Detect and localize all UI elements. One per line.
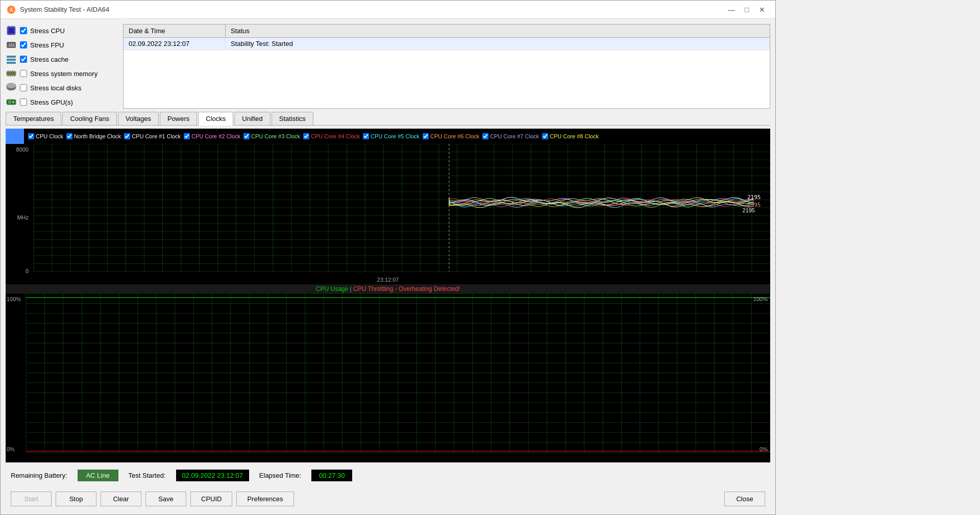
stress-options: Stress CPU 123 Stress FPU: [6, 24, 118, 109]
stress-memory-label: Stress system memory: [30, 70, 97, 78]
cpu-usage-title: CPU Usage | CPU Throttling - Overheating…: [6, 285, 770, 292]
log-table: Date & Time Status 02.09.2022 23:12:07 S…: [123, 24, 770, 109]
clocks-graph-area: 8000 MHz 0 23:12:07 2195: [6, 144, 770, 284]
cpuid-button[interactable]: CPUID: [190, 492, 232, 506]
log-header: Date & Time Status: [124, 24, 770, 38]
legend-core3-clock: CPU Core #3 Clock: [243, 133, 300, 139]
legend-core8-cb[interactable]: [542, 133, 548, 139]
top-section: Stress CPU 123 Stress FPU: [6, 24, 770, 109]
battery-value: AC Line: [78, 470, 118, 481]
stress-gpu-checkbox[interactable]: [20, 99, 27, 106]
status-bar: Remaining Battery: AC Line Test Started:…: [6, 465, 770, 485]
legend-core5-cb[interactable]: [363, 133, 369, 139]
stop-button[interactable]: Stop: [56, 492, 96, 506]
started-value: 02.09.2022 23:12:07: [176, 470, 249, 481]
stress-fpu-checkbox[interactable]: [20, 41, 27, 48]
legend-core4-clock: CPU Core #4 Clock: [303, 133, 360, 139]
clock-value-label: 2195: [743, 207, 755, 213]
log-col-datetime: Date & Time: [124, 24, 226, 37]
legend-core5-label: CPU Core #5 Clock: [371, 133, 420, 139]
blue-indicator: [6, 129, 24, 144]
memory-icon: [6, 68, 17, 79]
tab-temperatures[interactable]: Temperatures: [6, 112, 61, 125]
stress-item-memory: Stress system memory: [6, 67, 118, 80]
window-controls: — □ ✕: [724, 5, 769, 15]
svg-rect-3: [9, 28, 14, 33]
log-row: 02.09.2022 23:12:07 Stability Test: Star…: [124, 38, 770, 50]
maximize-button[interactable]: □: [740, 5, 754, 15]
stress-fpu-label: Stress FPU: [30, 41, 64, 49]
clear-button[interactable]: Clear: [101, 492, 141, 506]
legend-core3-cb[interactable]: [243, 133, 250, 139]
svg-rect-13: [8, 70, 9, 72]
tabs-row: Temperatures Cooling Fans Voltages Power…: [6, 112, 770, 126]
legend-core2-cb[interactable]: [184, 133, 190, 139]
legend-core3-label: CPU Core #3 Clock: [251, 133, 300, 139]
tab-clocks[interactable]: Clocks: [198, 112, 233, 126]
legend-core6-cb[interactable]: [423, 133, 429, 139]
legend-core7-clock: CPU Core #7 Clock: [482, 133, 539, 139]
svg-rect-20: [14, 75, 15, 77]
legend-core2-label: CPU Core #2 Clock: [191, 133, 240, 139]
legend-nb-clock-label: North Bridge Clock: [74, 133, 121, 139]
svg-rect-14: [10, 70, 11, 72]
stress-cache-checkbox[interactable]: [20, 56, 27, 63]
preferences-button[interactable]: Preferences: [236, 492, 293, 506]
usage-y-bottom: 0%: [7, 446, 15, 452]
usage-canvas: [6, 293, 770, 462]
legend-core7-label: CPU Core #7 Clock: [490, 133, 539, 139]
stress-item-cpu: Stress CPU: [6, 24, 118, 37]
legend-core4-cb[interactable]: [303, 133, 309, 139]
svg-rect-25: [8, 101, 11, 104]
svg-rect-15: [12, 70, 13, 72]
stress-gpu-label: Stress GPU(s): [30, 99, 73, 106]
minimize-button[interactable]: —: [724, 5, 739, 15]
cpu-usage-label: CPU Usage: [316, 285, 348, 292]
legend-core8-clock: CPU Core #8 Clock: [542, 133, 599, 139]
close-button[interactable]: Close: [724, 492, 765, 506]
log-cell-datetime: 02.09.2022 23:12:07: [124, 38, 226, 50]
stress-disk-checkbox[interactable]: [20, 84, 27, 91]
stress-memory-checkbox[interactable]: [20, 70, 27, 77]
stress-cpu-label: Stress CPU: [30, 27, 65, 35]
close-window-button[interactable]: ✕: [755, 5, 769, 15]
tab-statistics[interactable]: Statistics: [272, 112, 313, 125]
throttle-label: CPU Throttling - Overheating Detected!: [353, 285, 460, 292]
cache-icon: [6, 54, 17, 65]
gpu-icon: [6, 96, 17, 108]
legend-core4-label: CPU Core #4 Clock: [311, 133, 360, 139]
legend-core1-cb[interactable]: [124, 133, 130, 139]
usage-y-top: 100%: [7, 296, 21, 302]
svg-rect-12: [7, 71, 16, 76]
tab-voltages[interactable]: Voltages: [118, 112, 159, 125]
legend-core7-cb[interactable]: [482, 133, 488, 139]
legend-nb-clock: North Bridge Clock: [66, 133, 121, 139]
svg-rect-16: [14, 70, 15, 72]
svg-point-26: [12, 101, 14, 103]
legend-core2-clock: CPU Core #2 Clock: [184, 133, 240, 139]
stress-item-fpu: 123 Stress FPU: [6, 38, 118, 52]
save-button[interactable]: Save: [145, 492, 186, 506]
log-cell-status: Stability Test: Started: [226, 38, 770, 50]
legend-nb-clock-cb[interactable]: [66, 133, 72, 139]
elapsed-value: 00:27:30: [311, 470, 352, 481]
legend-core1-clock: CPU Core #1 Clock: [124, 133, 181, 139]
main-window: A System Stability Test - AIDA64 — □ ✕: [0, 0, 776, 515]
legend-cpu-clock-cb[interactable]: [28, 133, 34, 139]
legend-cpu-clock-label: CPU Clock: [36, 133, 63, 139]
stress-cpu-checkbox[interactable]: [20, 27, 27, 34]
elapsed-label: Elapsed Time:: [259, 472, 301, 479]
app-icon: A: [7, 5, 16, 14]
tab-unified[interactable]: Unified: [234, 112, 270, 125]
svg-rect-18: [10, 75, 11, 77]
clocks-legend: CPU Clock North Bridge Clock CPU Core #1…: [24, 131, 603, 141]
fpu-icon: 123: [6, 39, 17, 51]
start-button[interactable]: Start: [11, 492, 52, 506]
stress-item-cache: Stress cache: [6, 53, 118, 66]
y-label-8000: 8000: [6, 146, 31, 153]
clocks-canvas: [6, 144, 770, 284]
cpu-usage-title-bar: CPU Usage | CPU Throttling - Overheating…: [6, 284, 770, 293]
tab-cooling-fans[interactable]: Cooling Fans: [62, 112, 117, 125]
tab-powers[interactable]: Powers: [160, 112, 197, 125]
cpu-icon: [6, 25, 17, 36]
